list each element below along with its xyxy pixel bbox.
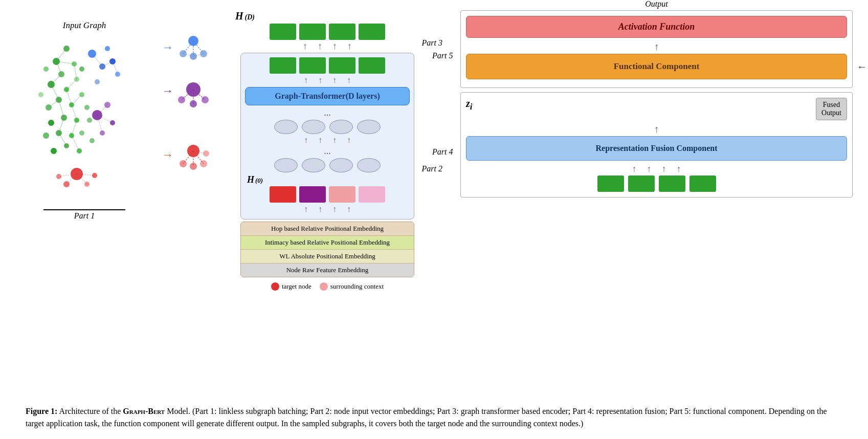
svg-line-47 — [66, 79, 77, 90]
hd-label-container: H (D) — [235, 10, 255, 22]
surrounding-label: surrounding context — [330, 282, 384, 291]
purple-arrow: → — [162, 84, 173, 98]
part2-label: Part 2 — [422, 164, 442, 173]
bottom-green-boxes — [466, 175, 847, 192]
output-label: Output — [645, 0, 667, 9]
green-box-1 — [270, 24, 296, 40]
inner-green-2 — [299, 57, 326, 74]
bottom-green-2 — [628, 175, 655, 192]
embed-up-arrows: ↑ ↑ ↑ ↑ — [245, 205, 410, 214]
svg-line-45 — [74, 64, 77, 79]
part1-label: Part 1 — [74, 211, 95, 221]
bottom-green-1 — [597, 175, 624, 192]
functional-component-box: Functional Component ← — [466, 54, 847, 79]
representation-fusion-box: Representation Fusion Component — [466, 136, 847, 161]
right-arrow-functional: ← — [857, 61, 867, 73]
legend: target node surrounding context — [271, 282, 384, 291]
caption-section: Figure 1: Architecture of the Graph-Bert… — [15, 401, 853, 434]
figure-label: Figure 1: — [26, 407, 57, 415]
target-dot — [271, 282, 279, 291]
colored-boxes — [245, 186, 410, 203]
svg-point-8 — [43, 67, 49, 72]
svg-point-25 — [51, 148, 57, 154]
red-arrow: → — [162, 148, 173, 162]
red-box — [270, 186, 296, 203]
green-box-2 — [299, 24, 326, 40]
svg-point-7 — [79, 67, 84, 72]
hd-superscript: (D) — [245, 13, 255, 21]
svg-line-42 — [56, 49, 66, 61]
diagram-area: Input Graph — [15, 5, 853, 401]
inner-green-4 — [359, 57, 385, 74]
purple-box — [299, 186, 326, 203]
blue-arrow: → — [162, 41, 173, 54]
oval-6 — [302, 158, 325, 172]
svg-line-60 — [113, 61, 118, 74]
svg-line-46 — [51, 74, 61, 84]
oval-5 — [274, 158, 298, 172]
ovals-row-1 — [245, 120, 410, 134]
inner-green-3 — [329, 57, 355, 74]
right-section: Output Activation Function ↑ Functional … — [460, 10, 853, 197]
svg-point-21 — [43, 133, 49, 139]
activation-function-box: Activation Function — [466, 16, 847, 38]
svg-line-49 — [66, 90, 72, 105]
embedding-stack: Hop based Relative Positional Embedding … — [240, 222, 414, 277]
svg-line-52 — [59, 100, 64, 118]
graph-transformer-box: Graph-Transformer(D layers) — [245, 87, 410, 105]
surrounding-dot — [320, 282, 328, 291]
hd-label: H — [235, 10, 243, 22]
target-label: target node — [282, 282, 311, 291]
svg-line-57 — [72, 136, 79, 151]
ovals-row-2 — [245, 158, 410, 172]
embed-intimacy: Intimacy based Relative Positional Embed… — [241, 236, 414, 250]
svg-point-18 — [87, 118, 92, 123]
blue-subgraph — [175, 31, 211, 64]
oval-2 — [302, 120, 325, 134]
arrow-up-fusion: ↑ — [466, 123, 847, 135]
oval-8 — [357, 158, 381, 172]
legend-target: target node — [271, 282, 311, 291]
part3-label: Part 3 — [422, 38, 442, 48]
svg-point-22 — [79, 130, 84, 136]
svg-line-55 — [72, 120, 77, 136]
part4-label: Part 4 — [432, 147, 453, 157]
red-subgraph — [175, 138, 211, 171]
bottom-up-arrows: ↑ ↑ ↑ ↑ — [466, 164, 847, 174]
svg-line-50 — [49, 100, 59, 107]
oval-1 — [274, 120, 298, 134]
part1-section: Input Graph — [15, 10, 153, 221]
top-green-boxes — [270, 24, 385, 40]
svg-point-17 — [38, 92, 43, 97]
input-graph-label: Input Graph — [63, 20, 106, 31]
ellipsis-2: ... — [245, 146, 410, 157]
svg-line-56 — [59, 133, 66, 146]
embed-wl: WL Absolute Positional Embedding — [241, 250, 414, 264]
pink-box — [329, 186, 355, 203]
inner-up-arrows: ↑ ↑ ↑ ↑ — [245, 76, 410, 85]
main-container: Input Graph — [0, 0, 868, 439]
model-name: Graph-Bert — [123, 407, 165, 415]
zi-label: zi — [466, 98, 472, 112]
svg-point-13 — [84, 105, 90, 110]
embed-node: Node Raw Feature Embedding — [241, 264, 414, 277]
green-box-3 — [329, 24, 355, 40]
transformer-section: H (D) ↑ ↑ ↑ ↑ — [220, 10, 435, 291]
svg-line-53 — [72, 105, 77, 120]
svg-point-26 — [90, 138, 95, 143]
ellipsis-1: ... — [245, 107, 410, 118]
embed-hop: Hop based Relative Positional Embedding — [241, 222, 414, 236]
up-arrows-top: ↑ ↑ ↑ ↑ — [303, 41, 352, 52]
svg-line-54 — [59, 118, 64, 133]
inner-green-boxes — [245, 57, 410, 74]
svg-line-58 — [92, 54, 102, 67]
svg-point-29 — [95, 79, 100, 84]
part5-label: Part 5 — [432, 51, 453, 60]
zi-row: zi FusedOutput — [466, 98, 847, 120]
oval-7 — [329, 158, 353, 172]
oval-3 — [329, 120, 353, 134]
lightpink-box — [359, 186, 385, 203]
inner-green-1 — [270, 57, 296, 74]
inner-down-arrows: ↑ ↑ ↑ ↑ — [245, 136, 410, 145]
transformer-outer-box: ↑ ↑ ↑ ↑ Graph-Transformer(D layers) ... — [240, 53, 414, 220]
